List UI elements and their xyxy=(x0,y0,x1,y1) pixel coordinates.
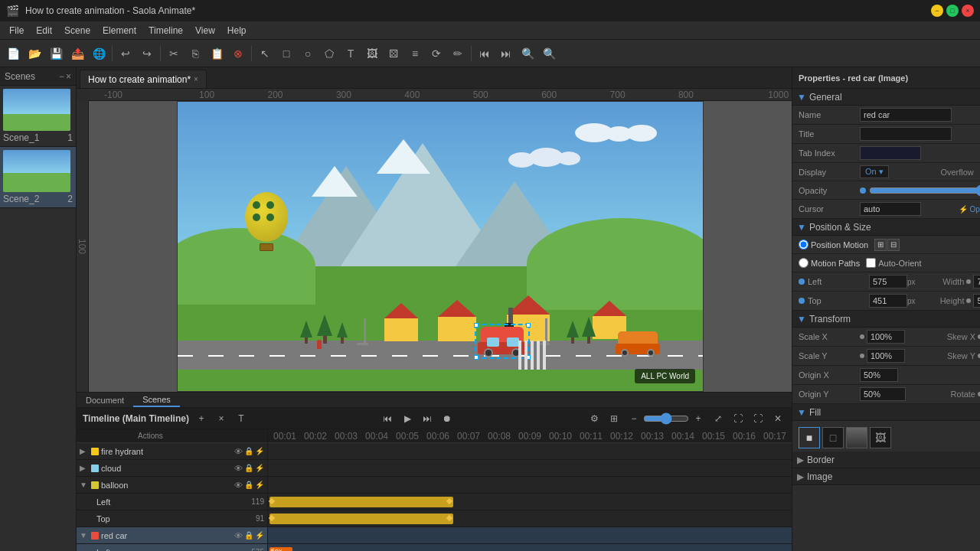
section-general[interactable]: ▼ General xyxy=(792,89,980,106)
new-button[interactable]: 📄 xyxy=(3,44,23,64)
track-cloud[interactable]: ▶ cloud 👁 🔒 ⚡ xyxy=(77,460,267,477)
timeline-fit[interactable]: ⤢ xyxy=(710,411,726,426)
timeline-row-balloon[interactable] xyxy=(268,477,792,494)
timeline-close-btn[interactable]: ✕ xyxy=(770,411,786,426)
image-tool[interactable]: 🖼 xyxy=(362,44,382,64)
scene-item-2[interactable]: Scene_2 2 xyxy=(0,147,76,208)
fill-btn-solid[interactable]: ■ xyxy=(799,427,820,448)
timeline-close[interactable]: × xyxy=(214,411,229,426)
section-position[interactable]: ▼ Position & Size xyxy=(792,219,980,236)
publish-button[interactable]: 🌐 xyxy=(89,44,109,64)
redo-button[interactable]: ↪ xyxy=(137,44,157,64)
scenes-close[interactable]: × xyxy=(66,71,71,82)
track-fire-hydrant-expand[interactable]: ▶ xyxy=(80,447,89,455)
prop-scale-y-input[interactable] xyxy=(867,349,905,363)
section-transform[interactable]: ▼ Transform xyxy=(792,311,980,328)
copy-button[interactable]: ⎘ xyxy=(185,44,205,64)
menu-edit[interactable]: Edit xyxy=(30,24,58,37)
pentagon-tool[interactable]: ⬠ xyxy=(319,44,339,64)
prev-frame[interactable]: ⏮ xyxy=(475,44,495,64)
auto-orient-input[interactable] xyxy=(866,258,876,268)
timeline-step-back[interactable]: ⏮ xyxy=(380,411,395,426)
track-red-car-action[interactable]: ⚡ xyxy=(255,531,264,540)
track-balloon-lock[interactable]: 🔒 xyxy=(244,481,253,489)
radio-position-motion[interactable]: Position Motion xyxy=(799,240,868,249)
rect-tool[interactable]: □ xyxy=(276,44,296,64)
timeline-full[interactable]: ⛶ xyxy=(750,411,766,426)
export-button[interactable]: 📤 xyxy=(67,44,87,64)
prop-origin-y-input[interactable] xyxy=(860,387,906,401)
track-balloon-left[interactable]: Left 119 xyxy=(77,494,267,510)
track-cloud-lock[interactable]: 🔒 xyxy=(244,464,253,472)
track-balloon-action[interactable]: ⚡ xyxy=(255,481,264,489)
timeline-add-track[interactable]: + xyxy=(194,411,209,426)
tab-scenes[interactable]: Scenes xyxy=(133,393,180,407)
timeline-row-balloon-left[interactable] xyxy=(268,494,792,510)
menu-element[interactable]: Element xyxy=(96,24,142,37)
open-button[interactable]: 📂 xyxy=(24,44,44,64)
prop-origin-x-input[interactable] xyxy=(860,368,898,382)
timeline-row-cloud[interactable] xyxy=(268,460,792,477)
pos-icon-1[interactable]: ⊞ xyxy=(874,239,887,251)
timeline-record[interactable]: ⏺ xyxy=(439,411,455,426)
cut-button[interactable]: ✂ xyxy=(164,44,184,64)
menu-help[interactable]: Help xyxy=(221,24,253,37)
track-fire-hydrant[interactable]: ▶ fire hydrant 👁 🔒 ⚡ xyxy=(77,443,267,460)
track-red-car-expand[interactable]: ▼ xyxy=(80,531,89,540)
radio-motion-paths-input[interactable] xyxy=(799,258,808,268)
auto-orient-checkbox[interactable]: Auto-Orient xyxy=(866,258,921,268)
fill-btn-gradient[interactable] xyxy=(846,427,867,448)
prop-name-input[interactable] xyxy=(860,108,952,122)
section-image[interactable]: ▶ Image xyxy=(792,468,980,485)
track-balloon[interactable]: ▼ balloon 👁 🔒 ⚡ xyxy=(77,477,267,494)
pos-icon-2[interactable]: ⊟ xyxy=(887,239,900,251)
prop-display-toggle[interactable]: On ▾ xyxy=(860,165,889,178)
track-cloud-eye[interactable]: 👁 xyxy=(234,464,243,473)
undo-button[interactable]: ↩ xyxy=(116,44,136,64)
timeline-row-balloon-top[interactable] xyxy=(268,510,792,527)
minimize-button[interactable]: − xyxy=(931,5,943,17)
align-tool[interactable]: ≡ xyxy=(405,44,425,64)
timeline-row-red-car-left[interactable]: 5px xyxy=(268,544,792,551)
zoom-out[interactable]: 🔍 xyxy=(518,44,537,64)
timeline-grid[interactable]: ⊞ xyxy=(606,411,622,426)
section-border[interactable]: ▶ Border xyxy=(792,452,980,468)
track-fire-hydrant-lock[interactable]: 🔒 xyxy=(244,447,253,455)
track-red-car-lock[interactable]: 🔒 xyxy=(244,531,253,540)
track-balloon-eye[interactable]: 👁 xyxy=(234,481,243,490)
track-red-car-left[interactable]: Left 575 xyxy=(77,544,267,551)
timeline-zoom-out[interactable]: − xyxy=(626,411,642,426)
track-cloud-action[interactable]: ⚡ xyxy=(255,464,264,472)
canvas-tab-close[interactable]: × xyxy=(194,75,198,83)
more-shapes[interactable]: ⟳ xyxy=(426,44,446,64)
timeline-row-red-car[interactable] xyxy=(268,527,792,544)
fill-btn-none[interactable]: □ xyxy=(822,427,844,448)
timeline-row-fire-hydrant[interactable] xyxy=(268,443,792,460)
canvas-tab-main[interactable]: How to create animation* × xyxy=(80,70,207,88)
prop-scale-x-input[interactable] xyxy=(867,330,905,344)
text-tool[interactable]: T xyxy=(341,44,361,64)
prop-cursor-input[interactable] xyxy=(860,202,921,216)
scenes-minimize[interactable]: − xyxy=(59,71,64,82)
menu-file[interactable]: File xyxy=(3,24,30,37)
track-cloud-expand[interactable]: ▶ xyxy=(80,464,89,472)
prop-title-input[interactable] xyxy=(860,127,952,141)
zoom-in[interactable]: 🔍 xyxy=(539,44,559,64)
open-actions-btn[interactable]: ⚡ Open Actions xyxy=(959,205,980,214)
track-balloon-expand[interactable]: ▼ xyxy=(80,481,89,489)
maximize-button[interactable]: □ xyxy=(946,5,959,17)
pen-tool[interactable]: ✏ xyxy=(448,44,468,64)
timeline-settings[interactable]: ⚙ xyxy=(586,411,602,426)
prop-left-input[interactable] xyxy=(869,275,907,289)
tab-document[interactable]: Document xyxy=(77,394,133,406)
paste-button[interactable]: 📋 xyxy=(207,44,227,64)
next-frame[interactable]: ⏭ xyxy=(496,44,516,64)
prop-height-input[interactable] xyxy=(973,294,980,308)
timeline-step-fwd[interactable]: ⏭ xyxy=(420,411,435,426)
track-fire-hydrant-eye[interactable]: 👁 xyxy=(234,447,243,456)
canvas-drawing-area[interactable]: ALL PC World Easing... ✂ Cut Ctrl+X Copy xyxy=(89,101,792,392)
save-button[interactable]: 💾 xyxy=(46,44,66,64)
radio-motion-paths[interactable]: Motion Paths xyxy=(799,258,860,268)
prop-tabindex-input[interactable] xyxy=(860,146,921,160)
menu-timeline[interactable]: Timeline xyxy=(142,24,189,37)
